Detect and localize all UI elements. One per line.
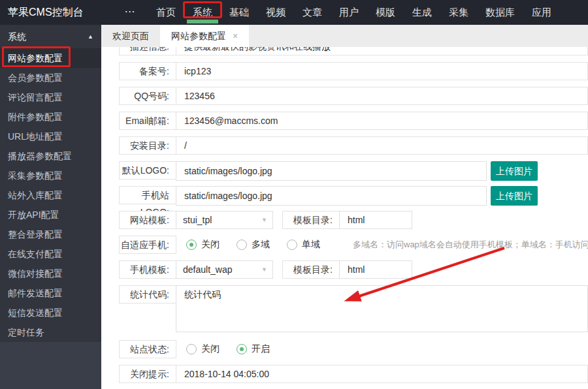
logo-label: 默认LOGO:	[119, 161, 176, 179]
sidebar-item-sms-send[interactable]: 短信发送配置	[0, 303, 101, 322]
mobile-template-value: default_wap	[183, 264, 233, 275]
annotation-box-nav-system	[183, 1, 222, 18]
nav-item-video[interactable]: 视频	[257, 0, 294, 25]
adaptive-hint-text: 多域名：访问wap域名会自动使用手机模板；单域名：手机访问会自动使用手机	[353, 236, 588, 254]
form-row-icp: 备案号: icp123	[119, 62, 588, 80]
sidebar-menu: 系统 ▲ 网站参数配置 会员参数配置 评论留言配置 附件参数配置 URL地址配置…	[0, 25, 101, 342]
mobile-template-label: 手机模板:	[119, 260, 176, 279]
radio-icon	[186, 344, 197, 354]
form-row-stats-code: 统计代码: 统计代码	[119, 285, 588, 332]
sidebar-item-login-integration[interactable]: 整合登录配置	[0, 225, 101, 244]
radio-status-off[interactable]: 关闭	[186, 343, 220, 355]
qq-input[interactable]: 123456	[176, 87, 215, 104]
sidebar-item-online-payment[interactable]: 在线支付配置	[0, 244, 101, 264]
install-dir-input[interactable]: /	[176, 137, 187, 154]
close-tip-input[interactable]: 2018-10-14 04:05:00	[176, 366, 269, 382]
adaptive-label: 自适应手机:	[119, 236, 176, 254]
radio-icon	[237, 344, 247, 354]
logo-input[interactable]: static/images/logo.jpg	[176, 161, 487, 181]
icp-label: 备案号:	[120, 63, 176, 80]
tab-welcome[interactable]: 欢迎页面	[101, 25, 160, 47]
sidebar-item-open-api[interactable]: 开放API配置	[0, 205, 101, 225]
desc-label: 描述信息:	[120, 47, 176, 55]
form-row-site-status: 站点状态: 关闭 开启	[119, 340, 588, 358]
top-nav: 首页 系统 基础 视频 文章 用户 模版 生成 采集 数据库 应用	[148, 0, 560, 25]
mobile-template-select[interactable]: default_wap ▼	[176, 260, 273, 279]
site-template-select[interactable]: stui_tpl ▼	[176, 211, 273, 229]
form-row-site-template: 网站模板: stui_tpl ▼ 模板目录: html	[119, 211, 588, 229]
close-tab-icon[interactable]: ×	[233, 31, 238, 40]
form-row-install-dir: 安装目录: /	[119, 136, 588, 155]
sidebar-item-external-storage[interactable]: 站外入库配置	[0, 185, 101, 205]
more-menu-icon[interactable]: ⋯	[112, 0, 148, 25]
close-tip-label: 关闭提示:	[120, 366, 176, 382]
nav-item-article[interactable]: 文章	[294, 0, 331, 25]
icp-input[interactable]: icp123	[176, 63, 211, 80]
site-template-label: 网站模板:	[119, 211, 176, 229]
stats-code-label: 统计代码:	[119, 285, 176, 303]
site-status-label: 站点状态:	[119, 340, 176, 358]
radio-adaptive-off[interactable]: 关闭	[186, 239, 220, 251]
site-template-dir-input[interactable]: html	[339, 211, 412, 229]
tab-site-params-label: 网站参数配置	[171, 25, 226, 47]
form-row-qq: QQ号码: 123456	[119, 87, 588, 105]
sidebar-item-player-params[interactable]: 播放器参数配置	[0, 146, 101, 166]
nav-item-app[interactable]: 应用	[523, 0, 560, 25]
site-status-radio-group: 关闭 开启	[186, 340, 287, 358]
form-row-adaptive: 自适应手机: 关闭 多域 单域 多域名：访问wap域名会自动使用手机模板；单域名…	[119, 236, 588, 254]
nav-item-system[interactable]: 系统	[184, 0, 221, 25]
radio-status-on[interactable]: 开启	[237, 343, 270, 355]
sidebar-item-attachment-params[interactable]: 附件参数配置	[0, 107, 101, 127]
sidebar: 系统 ▲ 网站参数配置 会员参数配置 评论留言配置 附件参数配置 URL地址配置…	[0, 25, 101, 389]
sidebar-item-comment-config[interactable]: 评论留言配置	[0, 87, 101, 107]
form-panel: 描述信息: 提供最新最快的影视资讯和在线播放 备案号: icp123 QQ号码:…	[101, 47, 588, 389]
active-nav-indicator	[187, 20, 218, 23]
form-row-mobile-logo: 手机站LOGO: static/images/logo.jpg 上传图片	[119, 186, 588, 206]
email-label: Email邮箱:	[120, 112, 176, 129]
nav-item-database[interactable]: 数据库	[477, 0, 523, 25]
sidebar-item-cron[interactable]: 定时任务	[0, 322, 101, 342]
nav-item-home[interactable]: 首页	[148, 0, 184, 25]
sidebar-item-wechat[interactable]: 微信对接配置	[0, 264, 101, 283]
nav-item-user[interactable]: 用户	[331, 0, 367, 25]
radio-icon	[237, 240, 247, 250]
upload-logo-button[interactable]: 上传图片	[491, 161, 538, 181]
upload-mobile-logo-button[interactable]: 上传图片	[491, 186, 538, 206]
qq-label: QQ号码:	[120, 87, 176, 104]
sidebar-item-collect-params[interactable]: 采集参数配置	[0, 166, 101, 185]
nav-item-template[interactable]: 模版	[367, 0, 404, 25]
radio-adaptive-multi-domain[interactable]: 多域	[237, 239, 270, 251]
form-row-close-tip: 关闭提示: 2018-10-14 04:05:00	[119, 365, 588, 383]
tab-strip: 欢迎页面 网站参数配置 ×	[101, 25, 588, 47]
stats-code-textarea[interactable]: 统计代码	[176, 285, 588, 332]
site-template-value: stui_tpl	[183, 215, 212, 225]
site-template-dir-label: 模板目录:	[282, 211, 340, 229]
nav-item-basic[interactable]: 基础	[221, 0, 257, 25]
chevron-down-icon: ▼	[261, 261, 267, 278]
mobile-logo-input[interactable]: static/images/logo.jpg	[176, 186, 487, 206]
collapse-arrow-icon: ▲	[88, 25, 93, 48]
mobile-template-dir-input[interactable]: html	[339, 260, 412, 279]
sidebar-item-url-config[interactable]: URL地址配置	[0, 127, 101, 146]
radio-icon	[287, 240, 297, 250]
form-row-logo: 默认LOGO: static/images/logo.jpg 上传图片	[119, 161, 588, 181]
app-title: 苹果CMS控制台	[0, 0, 112, 25]
mobile-logo-label: 手机站LOGO:	[119, 186, 176, 204]
sidebar-item-site-params[interactable]: 网站参数配置	[0, 48, 101, 68]
form-row-mobile-template: 手机模板: default_wap ▼ 模板目录: html	[119, 260, 588, 279]
nav-item-generate[interactable]: 生成	[404, 0, 440, 25]
sidebar-item-email-send[interactable]: 邮件发送配置	[0, 283, 101, 303]
radio-icon	[186, 240, 197, 250]
chevron-down-icon: ▼	[261, 211, 267, 228]
nav-item-collect[interactable]: 采集	[440, 0, 477, 25]
adaptive-radio-group: 关闭 多域 单域	[186, 236, 337, 254]
top-navbar: 苹果CMS控制台 ⋯ 首页 系统 基础 视频 文章 用户 模版 生成 采集 数据…	[0, 0, 588, 25]
install-dir-label: 安装目录:	[120, 137, 176, 154]
email-input[interactable]: 123456@maccms.com	[176, 112, 278, 129]
sidebar-item-member-params[interactable]: 会员参数配置	[0, 68, 101, 87]
desc-input[interactable]: 提供最新最快的影视资讯和在线播放	[176, 47, 331, 55]
radio-adaptive-single-domain[interactable]: 单域	[287, 239, 320, 251]
tab-site-params[interactable]: 网站参数配置 ×	[160, 25, 249, 47]
sidebar-group-system[interactable]: 系统 ▲	[0, 25, 101, 48]
mobile-template-dir-label: 模板目录:	[282, 260, 340, 279]
